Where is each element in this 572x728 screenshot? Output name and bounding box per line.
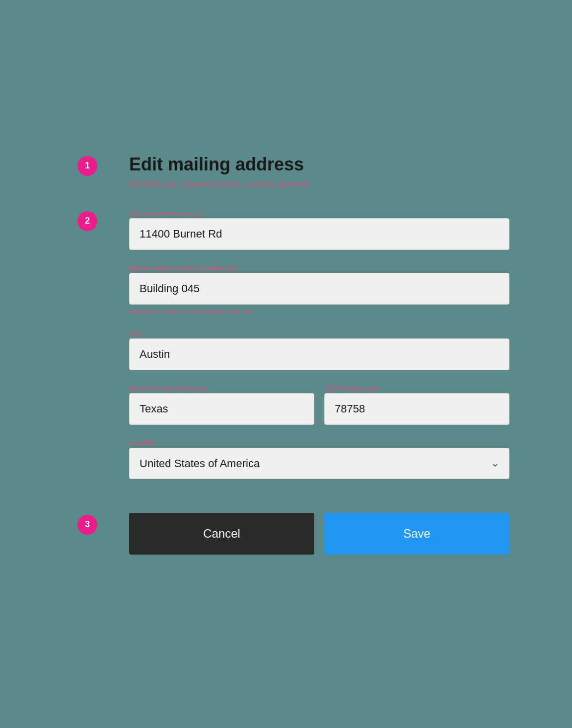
page-container: 1 Edit mailing address All fields are re…	[0, 0, 572, 728]
street1-label: Street address line 1	[129, 209, 202, 218]
zip-label: ZIP/Postal code	[324, 384, 380, 393]
state-zip-row: State/Province/Region ZIP/Postal code	[129, 384, 509, 439]
cancel-button[interactable]: Cancel	[129, 513, 314, 555]
form-section: 2 Street address line 1 Street address l…	[63, 209, 509, 493]
street1-input[interactable]	[129, 218, 509, 250]
state-input[interactable]	[129, 393, 314, 425]
zip-field-group: ZIP/Postal code	[324, 384, 509, 425]
country-select-wrapper: United States of America Canada United K…	[129, 448, 509, 479]
step-2-badge: 2	[77, 211, 97, 231]
street2-input[interactable]	[129, 273, 509, 305]
actions-section: 3 Cancel Save	[63, 513, 509, 555]
step-3-badge: 3	[77, 515, 97, 535]
street2-label: Street address line 2 (optional)	[129, 264, 237, 272]
city-input[interactable]	[129, 338, 509, 370]
street2-hint: Apartment, suite, unit, building, floor,…	[129, 308, 509, 316]
page-subtitle: All fields are required unless marked op…	[129, 179, 509, 189]
step-1-indicator-col: 1	[63, 154, 112, 176]
form-content: Street address line 1 Street address lin…	[129, 209, 509, 493]
step-2-indicator-col: 2	[63, 209, 112, 231]
country-label: Country	[129, 439, 157, 447]
buttons-row: Cancel Save	[129, 513, 509, 555]
header-section: 1 Edit mailing address All fields are re…	[63, 154, 509, 189]
city-field-group: City	[129, 329, 509, 370]
actions-content: Cancel Save	[129, 513, 509, 555]
zip-input[interactable]	[324, 393, 509, 425]
country-field-group: Country United States of America Canada …	[129, 439, 509, 479]
state-label: State/Province/Region	[129, 384, 208, 393]
save-button[interactable]: Save	[324, 513, 509, 555]
step-1-badge: 1	[77, 156, 97, 176]
step-3-indicator-col: 3	[63, 513, 112, 535]
card: 1 Edit mailing address All fields are re…	[63, 124, 509, 604]
city-label: City	[129, 329, 143, 338]
country-select[interactable]: United States of America Canada United K…	[129, 448, 509, 479]
street1-field-group: Street address line 1	[129, 209, 509, 250]
page-title: Edit mailing address	[129, 154, 509, 175]
street2-field-group: Street address line 2 (optional) Apartme…	[129, 264, 509, 316]
state-field-group: State/Province/Region	[129, 384, 314, 425]
header-content: Edit mailing address All fields are requ…	[129, 154, 509, 189]
